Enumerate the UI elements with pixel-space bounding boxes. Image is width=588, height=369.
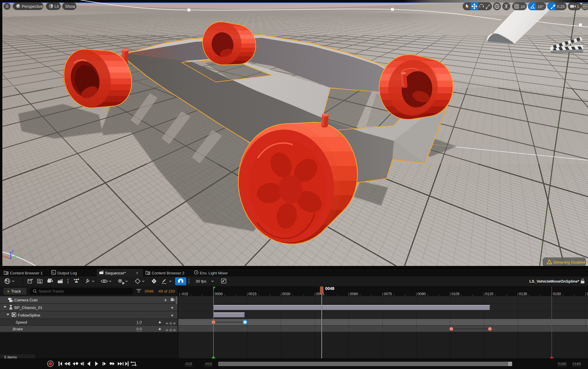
svg-text:0120: 0120 <box>485 292 493 296</box>
svg-text:Show: Show <box>65 4 76 9</box>
svg-text:Output Log: Output Log <box>57 271 77 275</box>
svg-text:0105: 0105 <box>452 292 460 296</box>
svg-text:Streaming Disabled: Streaming Disabled <box>553 260 585 264</box>
svg-text:0.25: 0.25 <box>557 4 565 9</box>
svg-text:Speed: Speed <box>16 320 27 324</box>
svg-text:Content Browser 2: Content Browser 2 <box>152 271 184 275</box>
svg-text:x: x <box>2 254 4 258</box>
svg-text:-015: -015 <box>181 292 188 296</box>
svg-text:FollowSpline: FollowSpline <box>18 313 40 317</box>
svg-text:49 of 150: 49 of 150 <box>158 289 175 293</box>
svg-text:+: + <box>171 312 174 318</box>
svg-text:0.0: 0.0 <box>136 327 142 331</box>
svg-text:-015: -015 <box>184 362 192 366</box>
svg-text:Lit: Lit <box>54 4 59 9</box>
svg-text:!: ! <box>549 262 550 264</box>
svg-text:LS_VehicleMoveOnSpline*: LS_VehicleMoveOnSpline* <box>529 279 580 283</box>
svg-text:Search Tracks: Search Tracks <box>39 289 64 293</box>
svg-text:0165: 0165 <box>587 292 588 296</box>
svg-text:+: + <box>171 305 174 310</box>
svg-text:0135: 0135 <box>519 292 527 296</box>
svg-text:+: + <box>7 289 10 294</box>
svg-text:Track: Track <box>11 289 21 293</box>
svg-text:Env. Light Mixer: Env. Light Mixer <box>200 271 228 275</box>
svg-text:Z: Z <box>12 250 14 253</box>
svg-text:10°: 10° <box>538 4 543 9</box>
svg-text:BP_Chassis_01: BP_Chassis_01 <box>14 305 42 310</box>
svg-text:0150: 0150 <box>553 292 561 296</box>
svg-text:-015: -015 <box>204 362 212 366</box>
svg-text:Content Browser 1: Content Browser 1 <box>10 271 43 275</box>
svg-text:0015: 0015 <box>249 292 257 296</box>
svg-text:0030: 0030 <box>282 292 290 296</box>
svg-text:0075: 0075 <box>384 292 392 296</box>
svg-text:×: × <box>136 270 139 275</box>
svg-text:Sequencer*: Sequencer* <box>105 271 126 275</box>
svg-text:+: + <box>158 327 161 332</box>
svg-text:0090: 0090 <box>418 292 426 296</box>
svg-text:+: + <box>158 320 161 325</box>
svg-text:0000: 0000 <box>215 292 223 296</box>
svg-text:1.0: 1.0 <box>136 320 142 324</box>
svg-text:10: 10 <box>521 4 525 9</box>
svg-text:0165: 0165 <box>572 362 581 366</box>
svg-text:0165: 0165 <box>558 362 566 366</box>
svg-text:0060: 0060 <box>350 292 358 296</box>
svg-text:+: + <box>164 297 167 303</box>
svg-text:Y: Y <box>17 254 19 257</box>
svg-text:Camera Cuts: Camera Cuts <box>14 298 38 302</box>
svg-text:Perspective: Perspective <box>22 4 43 9</box>
svg-text:30 fps: 30 fps <box>196 279 206 283</box>
svg-text:0048: 0048 <box>325 286 334 291</box>
svg-text:1: 1 <box>577 4 579 9</box>
svg-text:Brake: Brake <box>13 327 23 331</box>
svg-text:0048: 0048 <box>145 289 153 293</box>
